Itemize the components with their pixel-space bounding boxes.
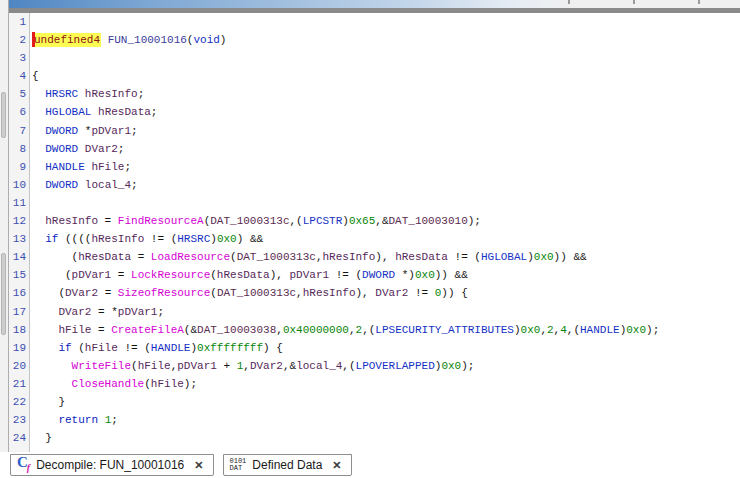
code-line[interactable]: } xyxy=(32,429,740,447)
code-token[interactable]: DVar2 xyxy=(250,360,283,372)
code-token[interactable]: LPCSTR xyxy=(303,215,343,227)
code-token[interactable]: local_4 xyxy=(296,360,342,372)
code-token[interactable]: hFile xyxy=(138,360,171,372)
code-line[interactable]: DWORD *pDVar1; xyxy=(32,122,740,140)
code-token[interactable]: 0x0 xyxy=(534,251,554,263)
code-line[interactable]: { xyxy=(32,67,740,85)
code-token[interactable]: void xyxy=(193,34,219,46)
code-line[interactable]: undefined4 FUN_10001016(void) xyxy=(32,31,740,49)
code-line[interactable]: HRSRC hResInfo; xyxy=(32,85,740,103)
code-line[interactable] xyxy=(32,194,740,212)
code-token[interactable]: hResData xyxy=(98,106,151,118)
code-token[interactable]: pDVar1 xyxy=(91,125,131,137)
code-token[interactable]: HGLOBAL xyxy=(481,251,527,263)
code-line[interactable]: DWORD DVar2; xyxy=(32,140,740,158)
code-token[interactable]: if xyxy=(45,233,58,245)
code-line[interactable]: hFile = CreateFileA(&DAT_10003038,0x4000… xyxy=(32,321,740,339)
code-token[interactable]: pDVar1 xyxy=(177,360,217,372)
code-token[interactable]: LPSECURITY_ATTRIBUTES xyxy=(375,324,514,336)
code-token[interactable]: DWORD xyxy=(362,269,395,281)
code-line[interactable]: DWORD local_4; xyxy=(32,176,740,194)
code-line[interactable]: (DVar2 = SizeofResource(DAT_1000313c,hRe… xyxy=(32,284,740,302)
code-token[interactable]: hResInfo xyxy=(85,88,138,100)
code-token[interactable]: LPOVERLAPPED xyxy=(356,360,435,372)
scrollbar-thumb[interactable] xyxy=(1,92,6,138)
code-token[interactable]: hResInfo xyxy=(91,233,144,245)
code-token[interactable]: DAT_1000313c xyxy=(217,287,296,299)
code-area[interactable]: undefined4 FUN_10001016(void){ HRSRC hRe… xyxy=(30,13,740,452)
code-token[interactable]: LockResource xyxy=(131,269,210,281)
code-line[interactable]: if ((((hResInfo != (HRSRC)0x0) && xyxy=(32,230,740,248)
code-line[interactable]: return 1; xyxy=(32,411,740,429)
code-line[interactable]: CloseHandle(hFile); xyxy=(32,375,740,393)
code-token[interactable]: HANDLE xyxy=(151,342,191,354)
code-token[interactable]: return xyxy=(58,414,98,426)
code-token[interactable]: pDVar1 xyxy=(289,269,329,281)
code-line[interactable]: (hResData = LoadResource(DAT_1000313c,hR… xyxy=(32,248,740,266)
code-token[interactable]: WriteFile xyxy=(72,360,131,372)
code-token[interactable]: hResInfo xyxy=(45,215,98,227)
code-line[interactable]: (pDVar1 = LockResource(hResData), pDVar1… xyxy=(32,266,740,284)
code-line[interactable] xyxy=(32,13,740,31)
code-token[interactable]: DAT_1000313c xyxy=(210,215,289,227)
code-line[interactable]: HGLOBAL hResData; xyxy=(32,103,740,121)
code-token[interactable]: DWORD xyxy=(45,125,78,137)
close-icon[interactable]: ✕ xyxy=(194,459,203,472)
code-token[interactable]: FindResourceA xyxy=(118,215,204,227)
code-token[interactable]: DAT_1000313c xyxy=(237,251,316,263)
code-token[interactable]: 0x0 xyxy=(415,269,435,281)
code-line[interactable]: } xyxy=(32,393,740,411)
tab-defined-data[interactable]: 0101DATDefined Data✕ xyxy=(223,454,352,476)
code-token[interactable]: 0x0 xyxy=(521,324,541,336)
code-token[interactable]: 0x65 xyxy=(349,215,375,227)
code-line[interactable] xyxy=(32,49,740,67)
code-token[interactable]: hResInfo xyxy=(303,287,356,299)
code-token[interactable]: hResInfo xyxy=(323,251,376,263)
code-token[interactable]: 4 xyxy=(560,324,567,336)
close-icon[interactable]: ✕ xyxy=(332,459,341,472)
code-token[interactable]: CloseHandle xyxy=(72,378,145,390)
code-token[interactable]: hResData xyxy=(395,251,448,263)
code-token[interactable]: pDVar1 xyxy=(118,306,158,318)
code-line[interactable]: if (hFile != (HANDLE)0xffffffff) { xyxy=(32,339,740,357)
code-token[interactable]: if xyxy=(58,342,71,354)
code-token[interactable]: HRSRC xyxy=(45,88,78,100)
code-token[interactable]: 0xffffffff xyxy=(197,342,263,354)
code-token[interactable]: DAT_10003038 xyxy=(197,324,276,336)
code-token[interactable]: DWORD xyxy=(45,179,78,191)
code-token[interactable]: 0x0 xyxy=(626,324,646,336)
code-token[interactable]: DAT_10003010 xyxy=(389,215,468,227)
code-token[interactable]: HRSRC xyxy=(177,233,210,245)
code-token[interactable]: HANDLE xyxy=(580,324,620,336)
scrollbar-thumb[interactable] xyxy=(1,253,6,335)
code-token[interactable]: hResData xyxy=(217,269,270,281)
code-token[interactable]: 0x0 xyxy=(217,233,237,245)
code-token[interactable]: hResData xyxy=(78,251,131,263)
code-token[interactable]: 2 xyxy=(547,324,554,336)
code-token[interactable]: HANDLE xyxy=(45,161,85,173)
code-token[interactable]: hFile xyxy=(151,378,184,390)
code-line[interactable]: DVar2 = *pDVar1; xyxy=(32,303,740,321)
tab-decompile[interactable]: CfDecompile: FUN_10001016✕ xyxy=(10,454,214,476)
code-token[interactable]: 0x40000000 xyxy=(283,324,349,336)
code-token[interactable]: FUN_10001016 xyxy=(108,34,187,46)
code-token[interactable]: DVar2 xyxy=(85,143,118,155)
code-line[interactable]: hResInfo = FindResourceA(DAT_1000313c,(L… xyxy=(32,212,740,230)
code-token[interactable]: CreateFileA xyxy=(111,324,184,336)
code-line[interactable]: WriteFile(hFile,pDVar1 + 1,DVar2,&local_… xyxy=(32,357,740,375)
code-token[interactable]: hFile xyxy=(91,161,124,173)
code-token[interactable]: SizeofResource xyxy=(118,287,210,299)
code-token[interactable]: local_4 xyxy=(85,179,131,191)
code-token[interactable]: HGLOBAL xyxy=(45,106,91,118)
code-token[interactable]: DVar2 xyxy=(58,306,91,318)
code-token[interactable]: DVar2 xyxy=(65,287,98,299)
code-token[interactable]: undefined4 xyxy=(33,33,101,47)
code-token[interactable]: DWORD xyxy=(45,143,78,155)
code-token[interactable]: DVar2 xyxy=(375,287,408,299)
code-token[interactable]: 0x0 xyxy=(441,360,461,372)
code-token[interactable]: hFile xyxy=(85,342,118,354)
code-token[interactable]: hFile xyxy=(58,324,91,336)
code-token[interactable]: pDVar1 xyxy=(72,269,112,281)
code-line[interactable]: HANDLE hFile; xyxy=(32,158,740,176)
code-token[interactable]: LoadResource xyxy=(151,251,230,263)
